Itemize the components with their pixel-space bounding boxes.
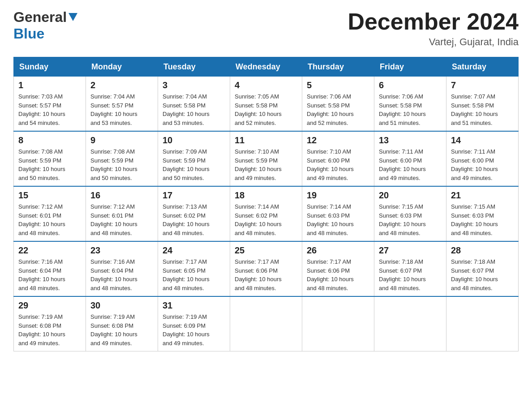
calendar-cell: 22 Sunrise: 7:16 AMSunset: 6:04 PMDaylig… (14, 241, 86, 296)
day-info: Sunrise: 7:12 AMSunset: 6:01 PMDaylight:… (90, 202, 153, 237)
day-number: 23 (90, 245, 153, 256)
calendar-week-row: 29 Sunrise: 7:19 AMSunset: 6:08 PMDaylig… (14, 296, 519, 351)
day-number: 4 (235, 80, 297, 90)
day-number: 21 (451, 190, 514, 201)
day-info: Sunrise: 7:12 AMSunset: 6:01 PMDaylight:… (18, 202, 81, 237)
calendar-week-row: 1 Sunrise: 7:03 AMSunset: 5:57 PMDayligh… (14, 77, 519, 132)
logo-general-text: General (13, 9, 67, 26)
day-number: 1 (18, 80, 81, 90)
calendar-cell: 26 Sunrise: 7:17 AMSunset: 6:06 PMDaylig… (302, 241, 374, 296)
day-number: 8 (18, 135, 81, 146)
calendar-cell: 25 Sunrise: 7:17 AMSunset: 6:06 PMDaylig… (230, 241, 302, 296)
calendar-cell: 28 Sunrise: 7:18 AMSunset: 6:07 PMDaylig… (446, 241, 519, 296)
day-info: Sunrise: 7:11 AMSunset: 6:00 PMDaylight:… (379, 147, 442, 182)
calendar-cell: 11 Sunrise: 7:10 AMSunset: 5:59 PMDaylig… (230, 131, 302, 186)
calendar-week-row: 15 Sunrise: 7:12 AMSunset: 6:01 PMDaylig… (14, 186, 519, 241)
header-tuesday: Tuesday (158, 57, 230, 77)
calendar-cell: 13 Sunrise: 7:11 AMSunset: 6:00 PMDaylig… (374, 131, 446, 186)
day-number: 28 (451, 245, 514, 256)
day-info: Sunrise: 7:14 AMSunset: 6:03 PMDaylight:… (307, 202, 369, 237)
calendar-cell: 30 Sunrise: 7:19 AMSunset: 6:08 PMDaylig… (86, 296, 158, 351)
calendar-cell (446, 296, 519, 351)
day-info: Sunrise: 7:04 AMSunset: 5:58 PMDaylight:… (163, 92, 225, 127)
day-number: 20 (379, 190, 442, 201)
calendar-cell: 16 Sunrise: 7:12 AMSunset: 6:01 PMDaylig… (86, 186, 158, 241)
page-header: General Blue December 2024 Vartej, Gujar… (13, 9, 519, 48)
day-number: 22 (18, 245, 81, 256)
day-number: 7 (451, 80, 514, 90)
day-info: Sunrise: 7:06 AMSunset: 5:58 PMDaylight:… (379, 92, 442, 127)
day-info: Sunrise: 7:17 AMSunset: 6:06 PMDaylight:… (235, 257, 297, 292)
month-title: December 2024 (348, 9, 519, 34)
day-number: 30 (90, 300, 153, 311)
day-number: 17 (163, 190, 225, 201)
day-info: Sunrise: 7:19 AMSunset: 6:08 PMDaylight:… (18, 313, 81, 347)
logo-bottom: Blue (13, 26, 44, 42)
calendar-cell: 7 Sunrise: 7:07 AMSunset: 5:58 PMDayligh… (446, 77, 519, 132)
day-info: Sunrise: 7:08 AMSunset: 5:59 PMDaylight:… (18, 147, 81, 182)
day-number: 27 (379, 245, 442, 256)
calendar-cell: 18 Sunrise: 7:14 AMSunset: 6:02 PMDaylig… (230, 186, 302, 241)
calendar-cell: 12 Sunrise: 7:10 AMSunset: 6:00 PMDaylig… (302, 131, 374, 186)
day-info: Sunrise: 7:16 AMSunset: 6:04 PMDaylight:… (90, 257, 153, 292)
calendar-cell: 17 Sunrise: 7:13 AMSunset: 6:02 PMDaylig… (158, 186, 230, 241)
day-info: Sunrise: 7:18 AMSunset: 6:07 PMDaylight:… (379, 257, 442, 292)
calendar-cell: 19 Sunrise: 7:14 AMSunset: 6:03 PMDaylig… (302, 186, 374, 241)
logo-blue-text: Blue (13, 26, 44, 42)
day-number: 18 (235, 190, 297, 201)
day-info: Sunrise: 7:10 AMSunset: 5:59 PMDaylight:… (235, 147, 297, 182)
day-info: Sunrise: 7:17 AMSunset: 6:05 PMDaylight:… (163, 257, 225, 292)
day-number: 25 (235, 245, 297, 256)
day-info: Sunrise: 7:16 AMSunset: 6:04 PMDaylight:… (18, 257, 81, 292)
calendar-cell: 21 Sunrise: 7:15 AMSunset: 6:03 PMDaylig… (446, 186, 519, 241)
logo: General Blue (13, 9, 77, 42)
day-info: Sunrise: 7:03 AMSunset: 5:57 PMDaylight:… (18, 92, 81, 127)
calendar-cell: 23 Sunrise: 7:16 AMSunset: 6:04 PMDaylig… (86, 241, 158, 296)
day-number: 16 (90, 190, 153, 201)
header-thursday: Thursday (302, 57, 374, 77)
calendar-table: Sunday Monday Tuesday Wednesday Thursday… (13, 57, 519, 351)
day-info: Sunrise: 7:11 AMSunset: 6:00 PMDaylight:… (451, 147, 514, 182)
calendar-cell (302, 296, 374, 351)
location: Vartej, Gujarat, India (348, 36, 519, 48)
calendar-cell: 1 Sunrise: 7:03 AMSunset: 5:57 PMDayligh… (14, 77, 86, 132)
day-info: Sunrise: 7:15 AMSunset: 6:03 PMDaylight:… (451, 202, 514, 237)
calendar-week-row: 22 Sunrise: 7:16 AMSunset: 6:04 PMDaylig… (14, 241, 519, 296)
day-info: Sunrise: 7:17 AMSunset: 6:06 PMDaylight:… (307, 257, 369, 292)
day-number: 14 (451, 135, 514, 146)
header-saturday: Saturday (446, 57, 519, 77)
day-info: Sunrise: 7:19 AMSunset: 6:09 PMDaylight:… (163, 313, 225, 347)
calendar-week-row: 8 Sunrise: 7:08 AMSunset: 5:59 PMDayligh… (14, 131, 519, 186)
day-number: 26 (307, 245, 369, 256)
day-number: 11 (235, 135, 297, 146)
calendar-cell: 29 Sunrise: 7:19 AMSunset: 6:08 PMDaylig… (14, 296, 86, 351)
day-number: 29 (18, 300, 81, 311)
day-info: Sunrise: 7:07 AMSunset: 5:58 PMDaylight:… (451, 92, 514, 127)
weekday-header-row: Sunday Monday Tuesday Wednesday Thursday… (14, 57, 519, 77)
calendar-cell: 15 Sunrise: 7:12 AMSunset: 6:01 PMDaylig… (14, 186, 86, 241)
day-number: 31 (163, 300, 225, 311)
calendar-cell: 10 Sunrise: 7:09 AMSunset: 5:59 PMDaylig… (158, 131, 230, 186)
day-info: Sunrise: 7:19 AMSunset: 6:08 PMDaylight:… (90, 313, 153, 347)
header-sunday: Sunday (14, 57, 86, 77)
calendar-cell: 27 Sunrise: 7:18 AMSunset: 6:07 PMDaylig… (374, 241, 446, 296)
day-info: Sunrise: 7:08 AMSunset: 5:59 PMDaylight:… (90, 147, 153, 182)
calendar-cell (374, 296, 446, 351)
day-info: Sunrise: 7:10 AMSunset: 6:00 PMDaylight:… (307, 147, 369, 182)
calendar-cell: 5 Sunrise: 7:06 AMSunset: 5:58 PMDayligh… (302, 77, 374, 132)
calendar-cell: 4 Sunrise: 7:05 AMSunset: 5:58 PMDayligh… (230, 77, 302, 132)
day-number: 10 (163, 135, 225, 146)
logo-top: General (13, 9, 77, 26)
day-number: 19 (307, 190, 369, 201)
day-number: 2 (90, 80, 153, 90)
day-info: Sunrise: 7:09 AMSunset: 5:59 PMDaylight:… (163, 147, 225, 182)
day-info: Sunrise: 7:13 AMSunset: 6:02 PMDaylight:… (163, 202, 225, 237)
day-number: 6 (379, 80, 442, 90)
day-info: Sunrise: 7:14 AMSunset: 6:02 PMDaylight:… (235, 202, 297, 237)
svg-marker-0 (69, 13, 77, 21)
calendar-cell: 31 Sunrise: 7:19 AMSunset: 6:09 PMDaylig… (158, 296, 230, 351)
header-friday: Friday (374, 57, 446, 77)
day-number: 13 (379, 135, 442, 146)
calendar-cell: 6 Sunrise: 7:06 AMSunset: 5:58 PMDayligh… (374, 77, 446, 132)
calendar-cell: 3 Sunrise: 7:04 AMSunset: 5:58 PMDayligh… (158, 77, 230, 132)
